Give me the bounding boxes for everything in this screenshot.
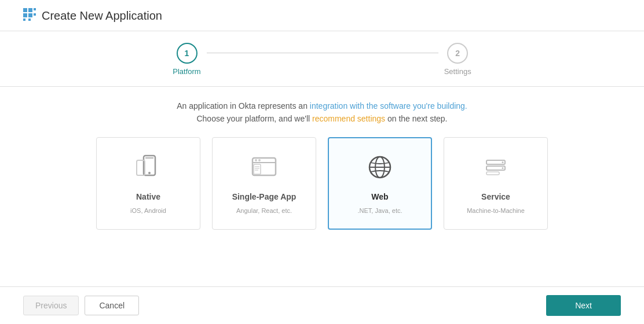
step-2-label: Settings [444,67,471,76]
next-button[interactable]: Next [546,295,621,316]
platform-card-native[interactable]: Native iOS, Android [96,137,200,230]
desc-pre1: An application in Okta represents an [177,101,310,111]
stepper-section: 1 Platform 2 Settings [0,31,644,87]
desc-highlight1: integration with the software you're bui… [310,101,467,111]
service-subtitle: Machine-to-Machine [467,207,525,214]
service-icon [481,152,511,186]
step-2: 2 Settings [444,43,471,76]
cancel-button[interactable]: Cancel [85,296,139,315]
svg-point-15 [258,159,261,161]
previous-button: Previous [23,296,79,315]
svg-point-27 [502,161,504,163]
app-icon [23,8,36,24]
svg-point-11 [148,172,151,174]
stepper: 1 Platform 2 Settings [148,43,496,76]
svg-rect-1 [28,8,32,12]
desc-highlight2: recommend settings [312,114,385,123]
svg-rect-7 [28,19,31,21]
step-connector [207,53,438,53]
svg-rect-3 [28,13,32,17]
page-container: Create New Application 1 Platform 2 Sett… [0,0,644,324]
platform-card-web[interactable]: Web .NET, Java, etc. [328,137,432,230]
cards-section: Native iOS, Android [0,135,644,239]
native-subtitle: iOS, Android [130,207,166,214]
footer-left: Previous Cancel [23,296,139,315]
spa-title: Single-Page App [232,192,297,201]
description-section: An application in Okta represents an int… [0,87,644,135]
step-2-circle: 2 [447,43,468,64]
svg-rect-5 [34,13,36,16]
native-title: Native [136,192,160,201]
svg-rect-17 [254,164,261,174]
web-icon [365,152,395,186]
platform-card-spa[interactable]: Single-Page App Angular, React, etc. [212,137,316,230]
platform-card-service[interactable]: Service Machine-to-Machine [444,137,548,230]
svg-rect-26 [486,172,499,175]
svg-rect-6 [23,19,25,21]
spa-icon [249,152,279,186]
service-title: Service [481,192,510,201]
web-subtitle: .NET, Java, etc. [357,207,402,214]
header: Create New Application [0,0,644,31]
step-1-circle: 1 [177,43,197,64]
svg-rect-0 [23,8,27,12]
svg-point-14 [255,159,257,161]
native-icon [133,152,163,186]
page-title: Create New Application [42,9,162,23]
step-1: 1 Platform [173,43,200,76]
desc-post2: on the next step. [387,114,448,123]
spa-subtitle: Angular, React, etc. [236,207,292,214]
svg-point-28 [502,167,504,169]
web-title: Web [371,192,388,201]
desc-pre2: Choose your platform, and we'll [196,114,312,123]
footer: Previous Cancel Next [0,286,644,324]
step-1-label: Platform [173,67,200,76]
description-text: An application in Okta represents an int… [23,100,621,126]
svg-rect-2 [23,13,27,17]
svg-rect-4 [34,8,36,10]
